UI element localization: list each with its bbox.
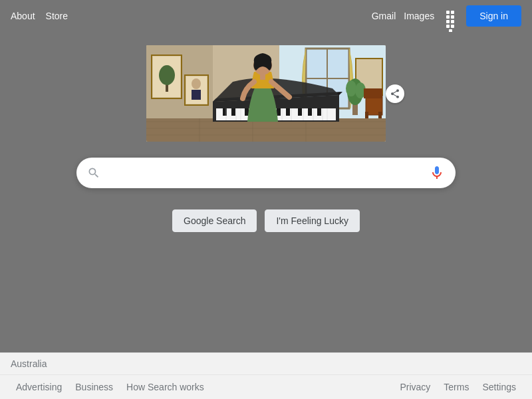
footer-settings[interactable]: Settings [482, 382, 516, 392]
nav-store[interactable]: Store [46, 11, 68, 21]
svg-rect-27 [364, 88, 382, 98]
nav-gmail[interactable]: Gmail [372, 11, 396, 21]
mic-icon[interactable] [429, 165, 445, 181]
search-icon [87, 166, 100, 180]
top-nav: About Store Gmail Images Sign in [0, 0, 532, 32]
top-nav-left: About Store [11, 11, 68, 21]
footer-business[interactable]: Business [75, 382, 113, 392]
location-bar: Australia [0, 352, 532, 374]
share-button[interactable] [386, 84, 404, 103]
apps-icon[interactable] [442, 8, 458, 24]
svg-rect-28 [365, 112, 368, 118]
search-container [76, 158, 456, 188]
search-buttons: Google Search I'm Feeling Lucky [172, 209, 360, 232]
svg-point-24 [346, 80, 356, 96]
google-search-button[interactable]: Google Search [172, 209, 257, 232]
search-bar [76, 158, 456, 188]
svg-rect-29 [378, 112, 382, 118]
doodle-image[interactable] [146, 45, 386, 142]
svg-rect-38 [298, 108, 302, 116]
footer-right: Privacy Terms Settings [400, 382, 516, 392]
svg-rect-33 [245, 108, 249, 116]
footer-privacy[interactable]: Privacy [400, 382, 430, 392]
footer-left: Advertising Business How Search works [16, 382, 204, 392]
location-text: Australia [11, 358, 47, 369]
footer-how-search[interactable]: How Search works [126, 382, 204, 392]
svg-rect-39 [308, 108, 312, 116]
svg-rect-37 [286, 108, 290, 116]
lucky-button[interactable]: I'm Feeling Lucky [265, 209, 360, 232]
top-nav-right: Gmail Images Sign in [372, 5, 521, 27]
svg-point-12 [159, 65, 175, 85]
sign-in-button[interactable]: Sign in [466, 5, 521, 27]
nav-images[interactable]: Images [404, 11, 434, 21]
main-content: Google Search I'm Feeling Lucky [0, 32, 532, 352]
nav-about[interactable]: About [11, 11, 35, 21]
svg-point-15 [192, 78, 201, 89]
svg-rect-55 [260, 73, 265, 80]
footer-terms[interactable]: Terms [444, 382, 469, 392]
svg-rect-40 [317, 108, 321, 116]
svg-rect-16 [192, 90, 201, 100]
svg-rect-32 [231, 108, 235, 116]
svg-rect-36 [277, 108, 281, 116]
footer: Advertising Business How Search works Pr… [0, 374, 532, 399]
footer-advertising[interactable]: Advertising [16, 382, 62, 392]
search-input[interactable] [108, 167, 429, 179]
doodle-container [146, 45, 386, 142]
